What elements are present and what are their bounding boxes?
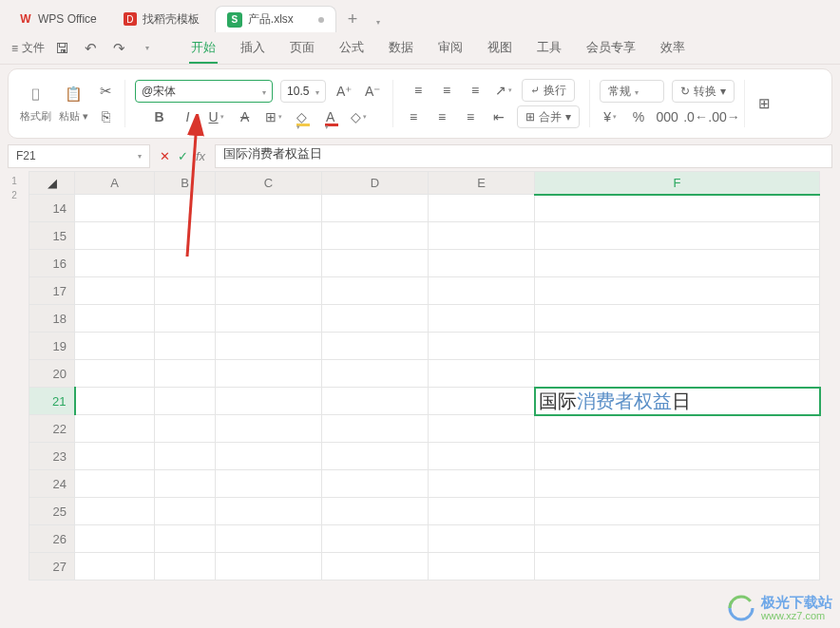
tab-label: 产品.xlsx: [248, 11, 294, 28]
font-color-button[interactable]: A: [320, 106, 341, 127]
row-header[interactable]: 27: [29, 553, 75, 580]
align-center-button[interactable]: ≡: [431, 106, 452, 127]
row-header[interactable]: 23: [29, 443, 75, 470]
decrease-font-button[interactable]: A⁻: [362, 81, 383, 102]
wps-logo-icon: W: [19, 12, 32, 26]
row-header[interactable]: 14: [29, 195, 75, 222]
add-tab-button[interactable]: +: [340, 10, 366, 29]
font-name-select[interactable]: @宋体: [135, 80, 273, 103]
separator: [392, 80, 393, 127]
row-header[interactable]: 18: [29, 305, 75, 333]
file-menu[interactable]: ≡ 文件: [11, 40, 45, 56]
bold-button[interactable]: B: [149, 106, 170, 127]
watermark-title: 极光下载站: [761, 595, 832, 611]
cut-icon[interactable]: ✂: [96, 82, 115, 101]
align-left-button[interactable]: ≡: [403, 106, 424, 127]
cancel-edit-button[interactable]: ✕: [160, 149, 170, 163]
ribbon-tab-tools[interactable]: 工具: [535, 33, 563, 64]
currency-button[interactable]: ¥: [600, 106, 620, 127]
orientation-button[interactable]: ↗: [493, 80, 514, 101]
col-header[interactable]: D: [322, 172, 429, 195]
ribbon-tab-page[interactable]: 页面: [288, 33, 316, 64]
clear-format-button[interactable]: ◇: [349, 106, 370, 127]
tab-label: 找稻壳模板: [143, 11, 200, 28]
watermark-url: www.xz7.com: [761, 610, 832, 621]
redo-icon[interactable]: ↷: [109, 39, 128, 58]
tab-wps-home[interactable]: W WPS Office: [8, 6, 108, 32]
ribbon-tab-review[interactable]: 审阅: [436, 33, 465, 64]
row-header[interactable]: 17: [29, 277, 75, 305]
col-header-active[interactable]: F: [535, 172, 820, 195]
increase-font-button[interactable]: A⁺: [334, 81, 354, 102]
col-header[interactable]: C: [216, 172, 322, 195]
ribbon-tab-efficiency[interactable]: 效率: [659, 33, 687, 64]
decrease-decimal-button[interactable]: .00→: [714, 106, 735, 127]
fill-color-button[interactable]: ◇: [292, 106, 313, 127]
row-header[interactable]: 22: [29, 415, 75, 443]
row-header[interactable]: 26: [29, 525, 75, 553]
sheet-area: 1 2 ◢ A B C D E F 14 15 16 17 18 19 20 2…: [0, 171, 840, 580]
row-header[interactable]: 20: [29, 360, 75, 388]
ribbon-tab-start[interactable]: 开始: [189, 33, 218, 64]
wrap-text-button[interactable]: ⤶ 换行: [522, 79, 575, 102]
save-icon[interactable]: 🖫: [52, 39, 71, 58]
ribbon-tab-view[interactable]: 视图: [486, 33, 514, 64]
underline-button[interactable]: U: [206, 106, 227, 127]
paste-icon[interactable]: 📋: [65, 85, 84, 104]
align-middle-button[interactable]: ≡: [436, 80, 457, 101]
formula-bar: F21 ✕ ✓ fx 国际消费者权益日: [8, 143, 832, 169]
confirm-edit-button[interactable]: ✓: [178, 149, 188, 163]
active-cell[interactable]: 国际消费者权益日: [535, 388, 820, 415]
separator: [744, 80, 745, 127]
separator: [589, 80, 590, 127]
italic-button[interactable]: I: [178, 106, 199, 127]
row-header[interactable]: 24: [29, 470, 75, 498]
row-header[interactable]: 25: [29, 498, 75, 525]
border-button[interactable]: ⊞: [263, 106, 284, 127]
align-right-button[interactable]: ≡: [460, 106, 481, 127]
ribbon-tab-insert[interactable]: 插入: [239, 33, 267, 64]
col-header[interactable]: A: [75, 172, 155, 195]
spreadsheet-grid[interactable]: ◢ A B C D E F 14 15 16 17 18 19 20 21 国际…: [29, 171, 820, 580]
align-bottom-button[interactable]: ≡: [465, 80, 486, 101]
chevron-down-icon: [262, 85, 266, 98]
fx-button[interactable]: fx: [196, 149, 205, 163]
comma-button[interactable]: 000: [657, 106, 678, 127]
paste-label[interactable]: 粘贴 ▾: [59, 109, 88, 124]
ribbon-tab-formula[interactable]: 公式: [337, 33, 366, 64]
align-top-button[interactable]: ≡: [408, 80, 429, 101]
increase-decimal-button[interactable]: .0←: [685, 106, 706, 127]
chevron-down-icon: [138, 151, 142, 161]
strikethrough-button[interactable]: A: [235, 106, 256, 127]
watermark-logo-icon: [727, 594, 755, 622]
ribbon-tab-member[interactable]: 会员专享: [584, 33, 638, 64]
col-header[interactable]: B: [155, 172, 216, 195]
row-header[interactable]: 16: [29, 250, 75, 277]
tab-list-dropdown[interactable]: [369, 10, 388, 29]
formula-input[interactable]: 国际消费者权益日: [215, 144, 832, 168]
number-format-select[interactable]: 常规: [600, 80, 664, 103]
font-size-select[interactable]: 10.5: [280, 80, 326, 103]
format-painter-label: 格式刷: [20, 109, 51, 124]
row-header[interactable]: 15: [29, 222, 75, 250]
name-box[interactable]: F21: [8, 144, 150, 168]
row-header[interactable]: 19: [29, 333, 75, 360]
indent-button[interactable]: ⇤: [488, 106, 509, 127]
qat-dropdown[interactable]: [138, 39, 157, 58]
chevron-down-icon: [315, 85, 319, 98]
percent-button[interactable]: %: [628, 106, 649, 127]
watermark: 极光下载站 www.xz7.com: [727, 594, 832, 622]
ribbon-tab-data[interactable]: 数据: [387, 33, 415, 64]
merge-cells-button[interactable]: ⊞ 合并 ▾: [517, 105, 580, 128]
more-icon[interactable]: ⊞: [754, 94, 773, 113]
select-all-corner[interactable]: ◢: [29, 172, 75, 195]
tab-document[interactable]: S 产品.xlsx: [215, 6, 336, 32]
transform-button[interactable]: ↻ 转换 ▾: [672, 80, 735, 103]
col-header[interactable]: E: [429, 172, 535, 195]
row-header-active[interactable]: 21: [29, 388, 75, 415]
copy-icon[interactable]: ⎘: [96, 106, 115, 125]
undo-icon[interactable]: ↶: [81, 39, 100, 58]
sheet-tab-strip[interactable]: 1 2: [0, 171, 29, 201]
tab-template[interactable]: D 找稻壳模板: [112, 6, 211, 32]
format-painter-icon[interactable]: ⌷: [27, 85, 46, 104]
